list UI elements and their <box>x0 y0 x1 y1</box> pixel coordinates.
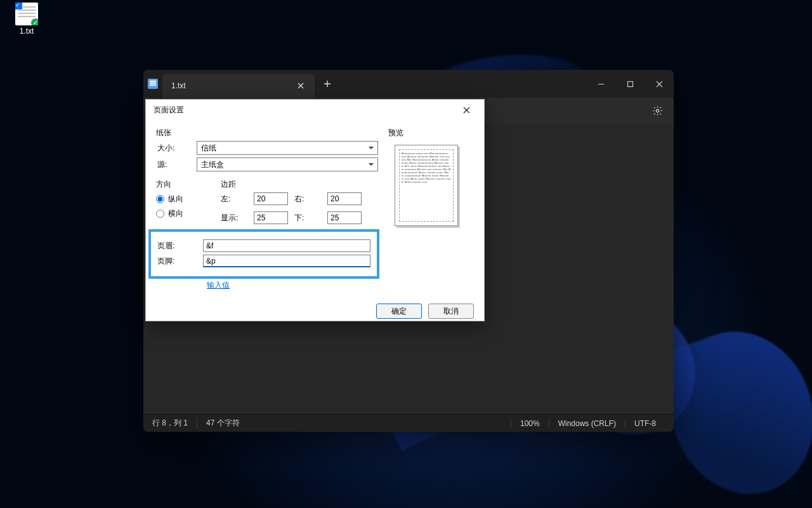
notepad-app-icon <box>143 70 162 98</box>
status-char-count: 47 个字符 <box>197 418 249 429</box>
footer-input[interactable] <box>203 255 370 267</box>
svg-point-1 <box>656 109 658 112</box>
paper-size-label: 大小: <box>156 143 197 154</box>
paper-source-label: 源: <box>156 159 197 170</box>
sync-badge-icon: ✓ <box>15 3 23 10</box>
minimize-button[interactable] <box>586 70 615 98</box>
minimize-icon <box>598 81 605 88</box>
new-tab-button[interactable] <box>315 70 340 98</box>
margin-right-input[interactable] <box>327 192 362 205</box>
status-badge-icon: ✓ <box>30 18 38 25</box>
radio-landscape[interactable] <box>156 210 164 218</box>
dialog-close-button[interactable] <box>455 102 478 118</box>
tab-close-button[interactable] <box>292 77 310 95</box>
desktop-file-icon[interactable]: ✓ ✓ 1.txt <box>9 3 44 36</box>
close-icon <box>656 81 663 88</box>
close-icon <box>463 107 470 114</box>
header-footer-highlight: 页眉: 页脚: <box>148 229 379 279</box>
status-line-ending[interactable]: Windows (CRLF) <box>549 419 625 428</box>
margin-top-label: 显示: <box>221 213 247 224</box>
footer-label: 页脚: <box>157 256 197 267</box>
header-input[interactable] <box>203 239 370 252</box>
preview-page: Mmmmmm mmm mm Mmmmmmmm mm Mmmm mmmmm Mmm… <box>395 145 458 226</box>
input-values-link[interactable]: 输入值 <box>207 280 230 291</box>
paper-size-value: 信纸 <box>201 143 216 154</box>
statusbar: 行 8，列 1 47 个字符 100% Windows (CRLF) UTF-8 <box>143 414 674 432</box>
margin-bottom-input[interactable] <box>327 211 362 224</box>
gear-icon <box>652 105 663 116</box>
maximize-icon <box>627 81 634 88</box>
margin-bottom-label: 下: <box>294 213 321 224</box>
preview-heading: 预览 <box>388 128 474 138</box>
titlebar[interactable]: 1.txt <box>143 70 674 98</box>
margin-top-input[interactable] <box>254 211 288 224</box>
radio-portrait[interactable] <box>156 195 164 203</box>
margin-right-label: 右: <box>294 194 321 204</box>
window-controls <box>586 70 674 98</box>
close-icon <box>298 83 304 89</box>
status-encoding[interactable]: UTF-8 <box>625 419 665 428</box>
status-position: 行 8，列 1 <box>152 418 197 429</box>
margins-heading: 边距 <box>221 179 378 190</box>
window-close-button[interactable] <box>645 70 674 98</box>
file-thumbnail: ✓ ✓ <box>15 3 38 25</box>
status-zoom[interactable]: 100% <box>511 419 549 428</box>
dialog-title: 页面设置 <box>154 105 184 116</box>
margin-left-input[interactable] <box>254 192 288 205</box>
tab-active[interactable]: 1.txt <box>162 74 315 98</box>
preview-lines: Mmmmmm mmm mm Mmmmmmmm mm Mmmm mmmmm Mmm… <box>402 152 451 184</box>
paper-heading: 纸张 <box>156 128 378 138</box>
settings-button[interactable] <box>648 102 666 119</box>
portrait-label: 纵向 <box>168 194 183 204</box>
header-label: 页眉: <box>157 241 197 251</box>
maximize-button[interactable] <box>615 70 645 98</box>
orientation-heading: 方向 <box>156 179 213 190</box>
paper-source-select[interactable]: 主纸盒 <box>197 157 378 171</box>
paper-source-value: 主纸盒 <box>201 159 224 170</box>
paper-size-select[interactable]: 信纸 <box>197 141 378 155</box>
svg-rect-0 <box>627 81 632 86</box>
margin-left-label: 左: <box>221 194 247 204</box>
page-setup-dialog: 页面设置 纸张 大小: 信纸 源: 主纸盒 方向 纵向 <box>145 99 485 321</box>
orientation-landscape[interactable]: 横向 <box>156 208 213 219</box>
tab-title: 1.txt <box>171 81 186 90</box>
dialog-titlebar[interactable]: 页面设置 <box>146 100 484 120</box>
cancel-button[interactable]: 取消 <box>428 304 474 319</box>
ok-button[interactable]: 确定 <box>376 304 422 319</box>
plus-icon <box>324 80 331 88</box>
landscape-label: 横向 <box>168 208 183 219</box>
orientation-portrait[interactable]: 纵向 <box>156 194 213 204</box>
desktop-file-label: 1.txt <box>9 27 44 36</box>
